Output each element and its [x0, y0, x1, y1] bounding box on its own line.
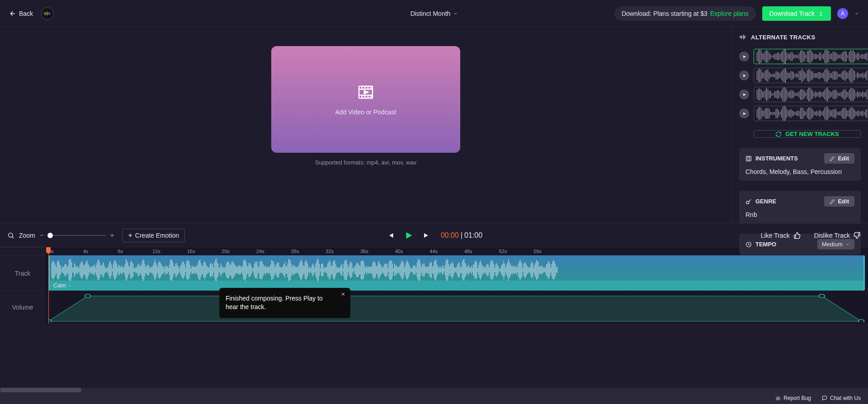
genre-card: GENRE Edit Rnb	[739, 191, 861, 224]
explore-plans-link[interactable]: Explore plans	[710, 10, 749, 17]
like-label: Like Track	[761, 232, 790, 239]
svg-point-33	[819, 294, 825, 298]
avatar-letter: A	[841, 10, 844, 17]
app-logo[interactable]	[41, 7, 54, 20]
back-label: Back	[19, 10, 33, 17]
instruments-title: INSTRUMENTS	[755, 155, 798, 162]
track-clip[interactable]: Calm	[48, 255, 865, 291]
upload-dropzone[interactable]: Add Video or Podcast	[271, 46, 460, 153]
track-lane: Calm	[45, 255, 868, 291]
close-icon	[340, 291, 346, 297]
download-track-button[interactable]: Download Track	[762, 6, 831, 21]
genre-edit-button[interactable]: Edit	[824, 196, 854, 207]
ruler-tick: 52s	[499, 249, 507, 254]
genre-title: GENRE	[755, 198, 776, 205]
search-icon	[7, 232, 14, 239]
genre-edit-label: Edit	[838, 198, 849, 205]
alt-track-play-button[interactable]	[739, 89, 749, 99]
svg-rect-24	[746, 156, 751, 161]
get-new-tracks-label: GET NEW TRACKS	[785, 131, 839, 137]
get-new-tracks-button[interactable]: GET NEW TRACKS	[754, 130, 861, 138]
alt-track-waveform[interactable]	[754, 106, 868, 121]
clip-emotion-dropdown[interactable]: Calm	[50, 281, 863, 291]
zoom-in[interactable]: +	[110, 231, 114, 240]
zoom-slider-thumb[interactable]	[47, 233, 53, 238]
volume-lane[interactable]	[45, 291, 868, 322]
dislike-label: Dislike Track	[814, 232, 850, 239]
alt-track-play-button[interactable]	[739, 108, 749, 118]
pricing-text: Download: Plans starting at $3	[622, 10, 708, 17]
ruler-tick: 4s	[83, 249, 89, 254]
total-time: 01:00	[464, 231, 482, 240]
toast-close-button[interactable]	[340, 291, 346, 297]
instruments-value: Chords, Melody, Bass, Percussion	[745, 168, 854, 175]
alt-track-play-button[interactable]	[739, 70, 749, 80]
ruler-tick: 20s	[222, 249, 230, 254]
like-track-button[interactable]: Like Track	[761, 232, 801, 239]
alt-track-waveform[interactable]	[754, 68, 868, 83]
ruler-tick: 28s	[291, 249, 299, 254]
alt-track-play-button[interactable]	[739, 52, 749, 61]
create-emotion-label: Create Emotion	[135, 232, 179, 239]
ruler-tick: 32s	[326, 249, 334, 254]
alt-track-row	[739, 49, 861, 64]
piano-icon	[745, 155, 752, 162]
notification-toast: Finished composing. Press Play to hear t…	[219, 288, 350, 318]
back-button[interactable]: Back	[9, 10, 33, 17]
clip-emotion-label: Calm	[53, 282, 66, 289]
thumbs-down-icon	[854, 232, 861, 239]
alt-track-waveform[interactable]	[754, 49, 868, 64]
project-title: Distinct Month	[410, 10, 451, 17]
volume-lane-label: Volume	[0, 291, 45, 324]
zoom-out[interactable]: −	[40, 231, 44, 240]
alt-tracks-title: ALTERNATE TRACKS	[751, 34, 816, 41]
chevron-down-icon	[68, 284, 72, 288]
horizontal-scrollbar[interactable]	[0, 388, 868, 392]
refresh-icon	[775, 131, 782, 137]
instruments-edit-label: Edit	[838, 155, 849, 162]
plus-icon: +	[128, 232, 132, 239]
ruler-tick: 8s	[118, 249, 123, 254]
create-emotion-button[interactable]: + Create Emotion	[122, 229, 185, 242]
user-avatar[interactable]: A	[837, 8, 848, 19]
ruler-tick: 40s	[395, 249, 403, 254]
instruments-edit-button[interactable]: Edit	[824, 153, 854, 164]
svg-point-32	[85, 294, 91, 298]
playhead[interactable]	[48, 247, 49, 324]
instruments-card: INSTRUMENTS Edit Chords, Melody, Bass, P…	[739, 148, 861, 181]
time-ruler[interactable]: 0s4s8s12s16s20s24s28s32s36s40s44s48s52s5…	[45, 247, 868, 255]
dislike-track-button[interactable]: Dislike Track	[814, 232, 861, 239]
scrollbar-thumb[interactable]	[0, 388, 81, 392]
download-track-label: Download Track	[769, 10, 815, 17]
download-icon	[818, 11, 824, 16]
time-display: 00:00 | 01:00	[441, 231, 482, 240]
current-time: 00:00	[441, 231, 459, 240]
play-button[interactable]	[404, 230, 414, 240]
alt-track-row	[739, 68, 861, 83]
supported-formats: Supported formats: mp4, avi, mov, wav	[315, 159, 416, 166]
track-lane-label: Track	[0, 255, 45, 291]
upload-label: Add Video or Podcast	[335, 108, 396, 116]
ruler-tick: 36s	[360, 249, 368, 254]
chat-icon	[822, 395, 827, 401]
project-title-dropdown[interactable]: Distinct Month	[410, 10, 458, 17]
user-menu-toggle[interactable]	[854, 11, 859, 16]
ruler-tick: 12s	[152, 249, 160, 254]
svg-marker-30	[48, 296, 861, 321]
waveform-icon	[739, 33, 746, 41]
ruler-tick: 56s	[533, 249, 542, 254]
side-panel: ALTERNATE TRACKS GET NEW TRACKS INSTRUME…	[731, 27, 868, 223]
pencil-icon	[830, 156, 835, 161]
guitar-icon	[745, 198, 752, 205]
chat-button[interactable]: Chat with Us	[822, 395, 861, 401]
report-bug-button[interactable]: Report Bug	[775, 395, 811, 401]
chat-label: Chat with Us	[830, 395, 861, 401]
frame-forward-button[interactable]	[423, 231, 432, 240]
chevron-down-icon	[453, 11, 458, 16]
download-pricing-pill: Download: Plans starting at $3 Explore p…	[614, 6, 756, 21]
alt-track-row	[739, 87, 861, 102]
frame-back-button[interactable]	[386, 231, 395, 240]
alt-track-waveform[interactable]	[754, 87, 868, 102]
svg-point-29	[9, 233, 13, 237]
zoom-slider-track[interactable]	[47, 235, 106, 236]
